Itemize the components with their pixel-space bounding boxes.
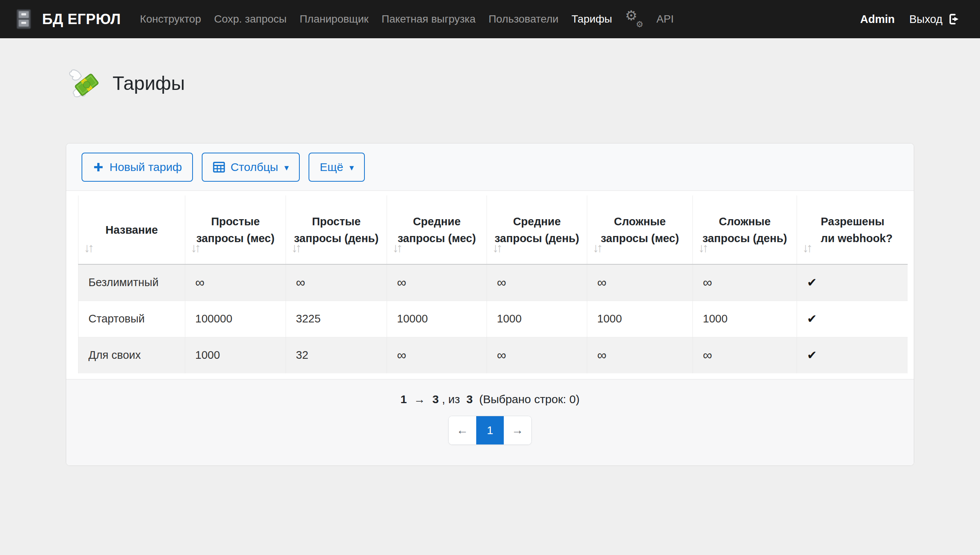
sign-out-icon [947, 12, 961, 26]
table-toolbar: Новый тариф Столбцы ▾ Ещё ▾ [66, 143, 914, 191]
cell-value: 32 [286, 337, 387, 373]
table-footer: 1 → 3 , из 3 (Выбрано строк: 0) ← 1 → [66, 379, 914, 465]
nav-item-saved-queries[interactable]: Сохр. запросы [214, 13, 286, 25]
summary-total: 3 [466, 393, 473, 405]
column-header-name[interactable]: ↓↑Название [78, 195, 185, 264]
table-grid-icon [213, 161, 225, 173]
cell-value: 1000 [693, 301, 797, 337]
column-label: Средние запросы (день) [495, 215, 579, 244]
new-tariff-button[interactable]: Новый тариф [82, 153, 193, 182]
gear-icon: ⚙ [636, 20, 644, 29]
column-label: Сложные запросы (день) [702, 215, 787, 244]
cell-value: ∞ [693, 337, 797, 373]
table-row[interactable]: Безлимитный∞∞∞∞∞∞✔ [78, 264, 908, 301]
cell-value: ∞ [487, 337, 587, 373]
summary-selected: (Выбрано строк: 0) [476, 393, 580, 405]
table-row[interactable]: Для своих100032∞∞∞∞✔ [78, 337, 908, 373]
cell-value: 1000 [185, 337, 286, 373]
cell-value: ∞ [487, 264, 587, 301]
logout-button[interactable]: Выход [909, 12, 961, 26]
pagination-control: ← 1 → [448, 416, 532, 445]
right-arrow-icon: → [414, 393, 425, 405]
cell-value: ∞ [286, 264, 387, 301]
top-navbar: БД ЕГРЮЛ КонструкторСохр. запросыПланиро… [0, 0, 980, 38]
cell-value: 100000 [185, 301, 286, 337]
table-row[interactable]: Стартовый100000322510000100010001000✔ [78, 301, 908, 337]
chevron-down-icon: ▾ [350, 163, 354, 172]
main-menu: КонструкторСохр. запросыПланировщикПакет… [140, 11, 860, 27]
money-with-wings-icon [68, 67, 102, 100]
column-label: Сложные запросы (мес) [601, 215, 679, 244]
nav-item-api[interactable]: API [657, 13, 674, 25]
logout-label: Выход [909, 13, 942, 26]
tariffs-table: ↓↑Название↓↑Простые запросы (мес)↓↑Прост… [78, 195, 908, 373]
sort-icon: ↓↑ [392, 241, 400, 254]
column-label: Простые запросы (день) [294, 215, 379, 244]
settings-gear-icon[interactable]: ⚙⚙ [625, 11, 644, 27]
sort-icon: ↓↑ [84, 241, 92, 254]
column-label: Название [106, 224, 158, 236]
nav-item-batch-export[interactable]: Пакетная выгрузка [382, 13, 475, 25]
column-label: Простые запросы (мес) [196, 215, 274, 244]
file-cabinet-icon [13, 8, 34, 30]
sort-icon: ↓↑ [291, 241, 299, 254]
cell-tariff-name: Стартовый [78, 301, 185, 337]
columns-button[interactable]: Столбцы ▾ [202, 153, 300, 182]
cell-value: 3225 [286, 301, 387, 337]
chevron-down-icon: ▾ [284, 163, 289, 172]
column-header-medium-month[interactable]: ↓↑Средние запросы (мес) [387, 195, 487, 264]
cell-value: ∞ [387, 337, 487, 373]
navbar-right: Admin Выход [860, 12, 961, 26]
summary-to: 3 [432, 393, 439, 405]
cell-tariff-name: Для своих [78, 337, 185, 373]
cell-value: ∞ [587, 337, 693, 373]
cell-value: ∞ [587, 264, 693, 301]
nav-item-tariffs[interactable]: Тарифы [572, 13, 612, 25]
app-brand[interactable]: БД ЕГРЮЛ [13, 8, 121, 30]
page-1-button[interactable]: 1 [476, 416, 504, 444]
prev-page-button[interactable]: ← [449, 416, 476, 444]
table-clip-region: ↓↑Название↓↑Простые запросы (мес)↓↑Прост… [78, 195, 908, 373]
nav-item-scheduler[interactable]: Планировщик [300, 13, 369, 25]
column-header-simple-month[interactable]: ↓↑Простые запросы (мес) [185, 195, 286, 264]
checkmark-icon: ✔ [797, 264, 908, 301]
sort-icon: ↓↑ [698, 241, 706, 254]
checkmark-icon: ✔ [797, 301, 908, 337]
pagination-summary: 1 → 3 , из 3 (Выбрано строк: 0) [66, 393, 914, 406]
brand-title: БД ЕГРЮЛ [42, 11, 121, 28]
current-user[interactable]: Admin [860, 13, 895, 26]
column-header-complex-month[interactable]: ↓↑Сложные запросы (мес) [587, 195, 693, 264]
column-header-complex-day[interactable]: ↓↑Сложные запросы (день) [693, 195, 797, 264]
summary-of-label: , из [442, 393, 463, 405]
sort-icon: ↓↑ [802, 241, 810, 254]
nav-item-users[interactable]: Пользователи [488, 13, 559, 25]
more-button[interactable]: Ещё ▾ [309, 153, 365, 182]
cell-value: 1000 [587, 301, 693, 337]
column-label: Разрешены ли webhook? [821, 213, 893, 247]
tariffs-card: Новый тариф Столбцы ▾ Ещё ▾ [66, 143, 914, 466]
summary-from: 1 [400, 393, 407, 405]
cell-value: ∞ [693, 264, 797, 301]
cell-value: 1000 [487, 301, 587, 337]
next-page-button[interactable]: → [504, 416, 531, 444]
page-header: Тарифы [68, 67, 980, 100]
plus-icon [93, 161, 104, 173]
table-area: ↓↑Название↓↑Простые запросы (мес)↓↑Прост… [66, 191, 914, 379]
nav-item-constructor[interactable]: Конструктор [140, 13, 201, 25]
sort-icon: ↓↑ [191, 241, 199, 254]
cell-value: 10000 [387, 301, 487, 337]
sort-icon: ↓↑ [593, 241, 601, 254]
page-title: Тарифы [113, 72, 185, 94]
column-header-medium-day[interactable]: ↓↑Средние запросы (день) [487, 195, 587, 264]
sort-icon: ↓↑ [492, 241, 500, 254]
column-header-webhook[interactable]: ↓↑Разрешены ли webhook? [797, 195, 908, 264]
checkmark-icon: ✔ [797, 337, 908, 373]
column-header-simple-day[interactable]: ↓↑Простые запросы (день) [286, 195, 387, 264]
cell-value: ∞ [387, 264, 487, 301]
cell-tariff-name: Безлимитный [78, 264, 185, 301]
cell-value: ∞ [185, 264, 286, 301]
column-label: Средние запросы (мес) [398, 215, 476, 244]
